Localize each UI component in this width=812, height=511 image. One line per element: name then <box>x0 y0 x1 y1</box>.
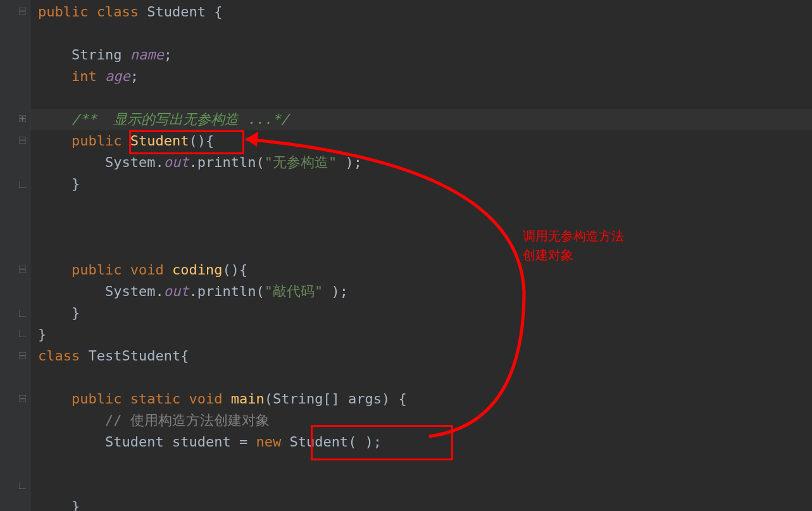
code-area[interactable]: public class Student { String name; int … <box>30 0 812 511</box>
code-line[interactable] <box>30 23 812 44</box>
code-line[interactable]: public class Student { <box>30 1 812 23</box>
code-line[interactable] <box>30 367 812 388</box>
type: int <box>72 68 97 84</box>
keyword: class <box>38 348 80 364</box>
fold-minus-icon[interactable] <box>18 264 27 273</box>
code-line[interactable]: Student student = new Student( ); <box>30 431 812 453</box>
code-line[interactable]: class TestStudent{ <box>30 345 812 367</box>
system: System. <box>105 154 164 170</box>
code-line[interactable]: /** 显示的写出无参构造 ...*/ <box>30 109 812 130</box>
code-line[interactable]: } <box>30 173 812 195</box>
keyword: new <box>256 434 281 450</box>
var-decl: Student student <box>105 434 231 450</box>
keyword: public <box>72 133 122 149</box>
brace: } <box>72 176 80 192</box>
method-name: main <box>222 391 264 407</box>
field: age <box>97 68 130 84</box>
code-line[interactable]: System.out.println("敲代码" ); <box>30 281 812 302</box>
code-line[interactable]: public static void main(String[] args) { <box>30 388 812 410</box>
class-name: TestStudent <box>80 348 180 364</box>
parens: (){ <box>222 262 247 278</box>
brace: } <box>72 498 80 511</box>
keyword: void <box>122 262 163 278</box>
brace: { <box>206 4 223 20</box>
keyword: void <box>180 391 222 407</box>
end: ); <box>323 283 348 299</box>
code-line[interactable]: String name; <box>30 44 812 66</box>
code-line[interactable] <box>30 87 812 109</box>
gutter <box>0 0 30 511</box>
parens: (){ <box>189 133 214 149</box>
code-line[interactable]: // 使用构造方法创建对象 <box>30 410 812 431</box>
code-line[interactable]: public Student(){ <box>30 130 812 152</box>
code-line[interactable] <box>30 216 812 238</box>
code-line[interactable]: } <box>30 302 812 324</box>
code-line[interactable] <box>30 474 812 496</box>
code-line[interactable] <box>30 453 812 474</box>
code-line[interactable]: int age; <box>30 66 812 87</box>
code-line[interactable] <box>30 195 812 216</box>
type: String <box>72 47 122 63</box>
class-name: Student <box>139 4 206 20</box>
doc-comment: /** 显示的写出无参构造 ...*/ <box>72 111 289 127</box>
comment: // 使用构造方法创建对象 <box>105 412 270 428</box>
fold-end-icon[interactable] <box>18 481 27 489</box>
code-line[interactable] <box>30 238 812 259</box>
fold-minus-icon[interactable] <box>18 135 27 144</box>
fold-minus-icon[interactable] <box>18 6 27 15</box>
keyword: public <box>72 391 122 407</box>
println: .println( <box>189 154 264 170</box>
code-editor: public class Student { String name; int … <box>0 0 812 511</box>
fold-plus-icon[interactable] <box>18 114 27 123</box>
method-name: coding <box>164 262 223 278</box>
field: name <box>122 47 163 63</box>
end: ); <box>337 154 362 170</box>
constructor-name: Student <box>122 133 189 149</box>
brace: } <box>72 305 80 321</box>
keyword: public <box>38 4 88 20</box>
fold-end-icon[interactable] <box>18 180 27 188</box>
keyword: static <box>122 391 180 407</box>
out-field: out <box>164 283 189 299</box>
brace: { <box>180 348 189 364</box>
keyword: class <box>88 4 138 20</box>
fold-end-icon[interactable] <box>18 329 27 338</box>
code-line[interactable]: public void coding(){ <box>30 259 812 281</box>
fold-minus-icon[interactable] <box>18 394 27 403</box>
string-literal: "无参构造" <box>265 154 337 170</box>
equals: = <box>231 434 256 450</box>
args: (String[] args) { <box>265 391 407 407</box>
keyword: public <box>72 262 122 278</box>
fold-end-icon[interactable] <box>18 309 27 317</box>
code-line[interactable]: } <box>30 324 812 345</box>
code-line[interactable]: System.out.println("无参构造" ); <box>30 152 812 173</box>
semicolon: ; <box>130 68 139 84</box>
out-field: out <box>164 154 189 170</box>
parens: ( ); <box>348 434 382 450</box>
system: System. <box>105 283 164 299</box>
fold-minus-icon[interactable] <box>18 351 27 360</box>
println: .println( <box>189 283 264 299</box>
semicolon: ; <box>164 47 172 63</box>
string-literal: "敲代码" <box>265 283 323 299</box>
code-line[interactable]: } <box>30 496 812 511</box>
brace: } <box>38 326 46 342</box>
constructor-call: Student <box>281 434 348 450</box>
